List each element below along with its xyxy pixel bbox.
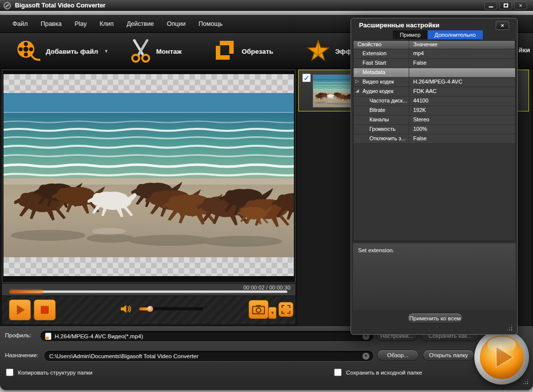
property-name: Bitrate — [369, 107, 385, 113]
player-controls: ▼ — [2, 295, 295, 324]
header-value: Значение — [409, 41, 515, 49]
property-name: Громкость — [369, 126, 395, 132]
expander-icon[interactable] — [355, 69, 359, 74]
open-folder-button[interactable]: Открыть папку — [423, 350, 474, 361]
menu-item[interactable]: Клип — [93, 18, 120, 30]
property-name: Отключить з... — [369, 135, 406, 141]
video-preview — [3, 93, 294, 257]
progress-fill — [10, 291, 43, 293]
volume-knob[interactable] — [147, 306, 153, 312]
convert-button[interactable] — [474, 330, 529, 385]
profile-label: Профиль: — [5, 332, 31, 338]
profile-select[interactable]: H.264/MPEG-4 AVC Видео(*.mp4) ▼ — [40, 330, 374, 342]
expander-icon[interactable] — [355, 88, 359, 93]
property-row[interactable]: Аудио кодек FDK AAC — [354, 87, 515, 97]
window-resize-grip[interactable] — [527, 383, 528, 384]
star-icon — [306, 39, 330, 63]
profile-value: H.264/MPEG-4 AVC Видео(*.mp4) — [55, 333, 143, 339]
property-name: Видео кодек — [362, 79, 394, 85]
property-name: Частота диск... — [369, 98, 407, 103]
minimize-button[interactable] — [484, 1, 497, 9]
settings-toolbar-partial-label[interactable]: йки — [519, 46, 530, 54]
menu-item[interactable]: Файл — [6, 18, 34, 30]
property-value: 192K — [409, 106, 515, 115]
crop-button[interactable]: Обрезать — [215, 37, 273, 65]
property-row[interactable]: Fast Start False — [354, 59, 515, 68]
close-button[interactable]: × — [514, 1, 527, 9]
apply-to-all-button[interactable]: Применить ко всем — [407, 313, 463, 324]
destination-label: Назначение: — [5, 352, 38, 358]
volume-slider[interactable] — [139, 307, 203, 310]
play-button[interactable] — [9, 299, 31, 320]
edit-button[interactable]: Монтаж — [130, 37, 181, 65]
property-name: Extension — [362, 50, 386, 56]
file-item-checkbox[interactable]: ✓ — [302, 74, 311, 82]
menu-item[interactable]: Помощь — [192, 18, 229, 30]
property-row[interactable]: Громкость 100% — [354, 125, 515, 134]
dialog-resize-grip[interactable] — [511, 329, 512, 330]
menu-item[interactable]: Действие — [120, 18, 161, 30]
crop-icon — [215, 40, 237, 63]
menu-item[interactable]: Правка — [34, 18, 68, 30]
transparency-checker-bottom — [3, 257, 294, 276]
property-name: Fast Start — [362, 60, 386, 66]
effect-button[interactable]: Эффе — [306, 37, 355, 65]
scissors-icon — [130, 39, 151, 63]
chevron-down-icon: ▼ — [362, 353, 369, 360]
menu-item[interactable]: Play — [68, 18, 93, 30]
property-value: mp4 — [409, 49, 515, 58]
seek-bar-row: 00:00:02 / 00:00:30 — [2, 284, 295, 295]
fullscreen-button[interactable] — [278, 302, 293, 317]
convert-shine — [487, 337, 516, 353]
snapshot-button[interactable] — [249, 300, 268, 319]
chevron-down-icon: ▼ — [104, 49, 108, 54]
tab-primer[interactable]: Пример — [393, 30, 428, 39]
destination-select[interactable]: C:\Users\Admin\Documents\Bigasoft Total … — [44, 350, 374, 362]
close-icon: × — [501, 22, 504, 28]
maximize-button[interactable] — [499, 1, 512, 9]
property-row[interactable]: Metadata — [354, 68, 515, 78]
property-value: False — [409, 134, 515, 143]
save-in-source-checkbox[interactable] — [334, 369, 342, 376]
app-window: Bigasoft Total Video Converter × ФайлПра… — [0, 0, 533, 390]
property-value: FDK AAC — [409, 87, 515, 96]
app-icon — [3, 2, 11, 9]
tab-dopolnitelno[interactable]: Дополнительно — [428, 30, 483, 39]
dialog-close-button[interactable]: × — [496, 21, 509, 30]
property-name: Каналы — [369, 116, 389, 122]
film-reel-icon — [15, 40, 41, 63]
property-value — [409, 68, 515, 77]
video-preview-frame — [2, 70, 295, 283]
bottom-panel: Профиль: H.264/MPEG-4 AVC Видео(*.mp4) ▼… — [0, 326, 533, 390]
property-row[interactable]: Частота диск... 44100 — [354, 97, 515, 106]
property-row[interactable]: Extension mp4 — [354, 49, 515, 59]
camera-icon — [252, 304, 265, 314]
copy-structure-checkbox[interactable] — [6, 369, 13, 376]
speaker-icon — [120, 303, 133, 315]
close-icon: × — [519, 3, 522, 8]
expander-icon[interactable] — [355, 79, 359, 84]
snapshot-dropdown-button[interactable]: ▼ — [268, 307, 276, 319]
property-row[interactable]: Каналы Stereo — [354, 115, 515, 125]
advanced-settings-dialog: Расширенные настройки × Пример Дополните… — [351, 18, 518, 335]
property-value: 100% — [409, 125, 515, 134]
property-value: H.264/MPEG-4 AVC — [409, 78, 515, 87]
property-value: Stereo — [409, 115, 515, 124]
window-title: Bigasoft Total Video Converter — [15, 2, 105, 9]
property-name: Metadata — [362, 69, 385, 75]
title-bar: Bigasoft Total Video Converter × — [0, 0, 533, 11]
property-row[interactable]: Отключить з... False — [354, 134, 515, 144]
property-description: Set extension. — [353, 243, 516, 310]
browse-button[interactable]: Обзор... — [377, 350, 419, 361]
header-property: Свойство — [354, 41, 409, 49]
property-row[interactable]: Bitrate 192K — [354, 106, 515, 115]
progress-bar[interactable] — [10, 291, 287, 293]
property-name: Аудио кодек — [362, 88, 393, 94]
add-file-button[interactable]: Добавить файл ▼ — [15, 37, 108, 65]
property-row[interactable]: Видео кодек H.264/MPEG-4 AVC — [354, 78, 515, 87]
dialog-title: Расширенные настройки — [359, 21, 440, 29]
window-frame-strip — [0, 11, 533, 15]
play-icon — [17, 305, 25, 315]
stop-button[interactable] — [34, 299, 56, 320]
menu-item[interactable]: Опции — [161, 18, 192, 30]
